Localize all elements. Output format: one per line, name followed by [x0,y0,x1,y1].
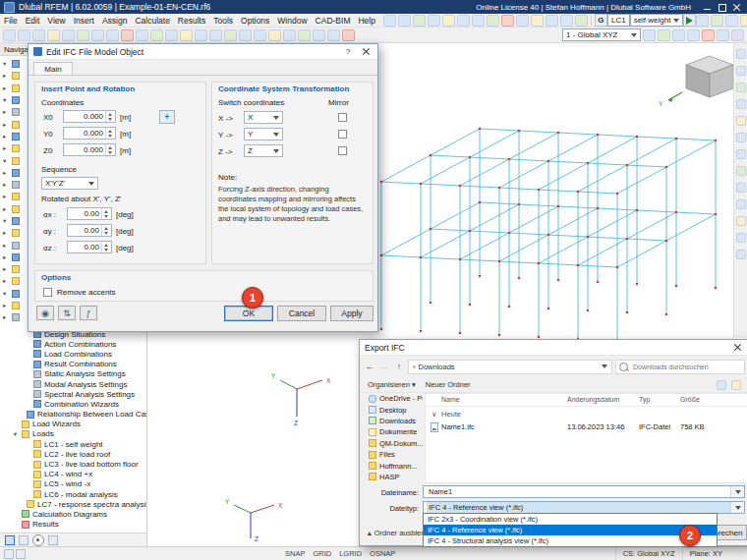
tab-main[interactable]: Main [33,62,73,76]
tree-expander[interactable]: ▸ [3,205,10,213]
toolbar-icon[interactable] [736,133,746,142]
toolbar-icon[interactable] [327,29,340,41]
file-list[interactable]: Name Änderungsdatum Typ Größe ∨ Heute Na… [425,393,747,483]
menu-item[interactable]: Edit [22,16,44,26]
toolbar-icon[interactable] [560,15,573,27]
tree-row-partial[interactable]: ▸ [0,179,27,191]
column-name[interactable]: Name [441,396,460,403]
toolbar-icon[interactable] [457,15,470,27]
file-row[interactable]: Name1.ifc 13.06.2023 13:46 IFC-Datei 758… [426,421,747,432]
pick-point-button[interactable]: + [159,110,175,124]
tree-row-partial[interactable]: ▸ [0,239,27,251]
toolbar-icon[interactable] [717,29,729,41]
tree-row-partial[interactable]: ▸ [0,227,27,239]
tree-expander[interactable]: ▸ [3,133,10,140]
y-map-combo[interactable]: Y [244,128,283,140]
menu-item[interactable]: Assign [98,16,132,26]
toolbar-icon[interactable] [487,15,499,27]
sidebar-place[interactable]: QM-Dokum... [360,438,423,449]
toolbar-icon[interactable] [501,15,514,27]
sidebar-place[interactable]: OneDrive - Pers... [360,393,423,404]
status-toggle[interactable]: OSNAP [366,549,399,558]
tree-item[interactable]: ▾ Loads [0,429,146,439]
toolbar-icon[interactable] [472,15,485,27]
help-icon[interactable]: ? [341,46,355,58]
menu-item[interactable]: View [43,16,69,26]
toolbar-icon[interactable] [736,99,746,109]
tree-row-partial[interactable]: ▸ [0,131,27,142]
tree-expander[interactable]: ▾ [12,430,19,438]
tree-item[interactable]: Spectral Analysis Settings [0,389,146,399]
toolbar-icon[interactable] [736,83,746,92]
sidebar-place[interactable]: Dokumente [360,426,423,437]
toolbar-icon[interactable] [77,29,89,41]
tree-expander[interactable]: ▸ [3,72,10,80]
tree-expander[interactable]: ▸ [3,108,10,116]
toolbar-icon[interactable] [209,29,222,41]
toolbar-icon[interactable] [398,15,411,27]
toolbar-icon[interactable] [136,29,148,41]
tree-item[interactable]: LC1 - self weight [0,439,146,449]
alpha-x-input[interactable]: 0.00 [67,207,112,220]
tree-item[interactable]: Relationship Between Load Cases [0,410,146,420]
toolbar-icon[interactable] [106,29,119,41]
close-icon[interactable] [730,2,743,13]
filetype-option[interactable]: IFC 4 - Reference view (*.ifc) [424,525,717,535]
toolbar-icon[interactable] [428,15,440,27]
tree-expander[interactable]: ▸ [3,277,10,285]
search-input[interactable] [631,363,741,371]
tree-row-partial[interactable]: ▾ [0,215,27,227]
breadcrumb[interactable]: › Downloads [408,360,612,374]
menu-item[interactable]: Tools [209,16,237,26]
toolbar-icon[interactable] [740,15,747,27]
column-type[interactable]: Typ [639,396,650,403]
tree-expander[interactable]: ▸ [3,265,10,273]
filetype-option[interactable]: IFC 2x3 - Coordination view (*.ifc) [424,514,717,525]
tree-row-partial[interactable]: ▾ [0,154,27,166]
toolbar-icon[interactable] [696,15,709,27]
tree-row-partial[interactable]: ▸ [0,191,27,202]
status-toggle[interactable]: SNAP [281,549,309,558]
tree-row-partial[interactable]: ▸ [0,252,27,263]
toolbar-icon[interactable] [575,15,588,27]
toolbar-icon[interactable] [531,15,544,27]
tree-row-partial[interactable]: ▸ [0,167,27,179]
status-plane[interactable]: Plane: XY [682,547,729,560]
x-map-combo[interactable]: X [244,111,283,124]
toolbar-icon[interactable] [224,29,237,41]
z-map-combo[interactable]: Z [244,144,283,157]
close-icon[interactable] [730,342,744,354]
toolbar-icon[interactable] [268,29,281,41]
menu-item[interactable]: Insert [70,16,98,26]
chevron-down-icon[interactable] [730,502,744,513]
toolbar-icon[interactable] [725,15,738,27]
spinner[interactable] [101,242,111,252]
x0-input[interactable]: 0.000 [63,110,116,123]
menu-item[interactable]: File [0,16,22,26]
spinner[interactable] [105,128,115,139]
navigator-tab-display[interactable] [19,535,29,545]
toolbar-icon[interactable] [180,29,193,41]
up-icon[interactable]: ↑ [393,362,405,371]
tree-item[interactable]: Combination Wizards [0,399,146,409]
sidebar-place[interactable]: Hoffmann... [360,460,423,471]
navigator-tab-views[interactable] [48,535,58,545]
menu-item[interactable]: Window [273,16,311,26]
tree-row-partial[interactable]: ▸ [0,275,27,287]
tree-item[interactable]: LC3 - live load bottom floor [0,459,146,469]
spinner[interactable] [105,111,115,122]
tree-item[interactable]: Load Combinations [0,349,146,359]
transfer-button[interactable]: ⇅ [58,306,76,320]
alpha-z-input[interactable]: 0.00 [67,241,112,253]
sidebar-place[interactable]: Desktop [360,404,423,415]
sequence-combo[interactable]: X'Y'Z' [41,177,98,190]
chevron-down-icon[interactable] [730,486,744,497]
tree-item[interactable]: LC5 - wind -x [0,479,146,489]
tree-item[interactable]: Modal Analysis Settings [0,379,146,389]
toolbar-icon[interactable] [195,29,207,41]
sidebar-place[interactable]: Downloads [360,416,423,426]
toolbar-icon[interactable] [736,116,746,126]
forward-icon[interactable]: → [378,362,390,371]
tree-expander[interactable]: ▸ [3,253,10,261]
tree-expander[interactable]: ▾ [3,217,10,225]
